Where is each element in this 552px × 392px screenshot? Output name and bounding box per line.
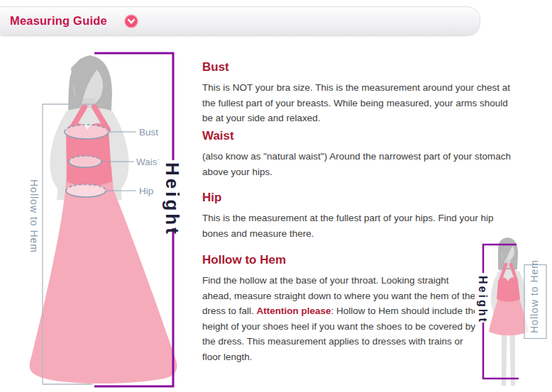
hollow-to-hem-label: Hollow to Hem <box>28 179 40 253</box>
height-label: Height <box>162 162 183 237</box>
bust-label: Bust <box>139 127 158 138</box>
dress-skirt <box>30 167 177 383</box>
waist-description: (also know as "natural waist") Around th… <box>202 149 516 179</box>
hip-heading: Hip <box>202 191 516 205</box>
small-dress-bodice <box>497 277 520 302</box>
attention-please-label: Attention please <box>257 306 331 316</box>
waist-heading: Waist <box>202 129 516 143</box>
small-hollow-to-hem-label: Hollow to Hem <box>529 259 540 333</box>
bust-description: This is NOT your bra size. This is the m… <box>202 80 516 126</box>
hollow-to-hem-heading: Hollow to Hem <box>202 253 479 267</box>
section-waist: Waist (also know as "natural waist") Aro… <box>202 129 516 179</box>
waist-label: Waist <box>136 157 160 167</box>
section-hollow-to-hem: Hollow to Hem Find the hollow at the bas… <box>202 253 479 365</box>
bust-heading: Bust <box>202 60 516 74</box>
dress-measurement-diagram: Bust Waist Hip Hollow to Hem Height <box>0 0 199 392</box>
section-bust: Bust This is NOT your bra size. This is … <box>202 60 516 126</box>
hip-label: Hip <box>139 186 153 196</box>
small-height-label: Height <box>477 276 489 324</box>
measuring-guide-page: Measuring Guide <box>0 0 552 392</box>
hollow-to-hem-description: Find the hollow at the base of your thro… <box>202 273 479 365</box>
dress-height-diagram-small: Hollow to Hem Height <box>465 234 552 392</box>
